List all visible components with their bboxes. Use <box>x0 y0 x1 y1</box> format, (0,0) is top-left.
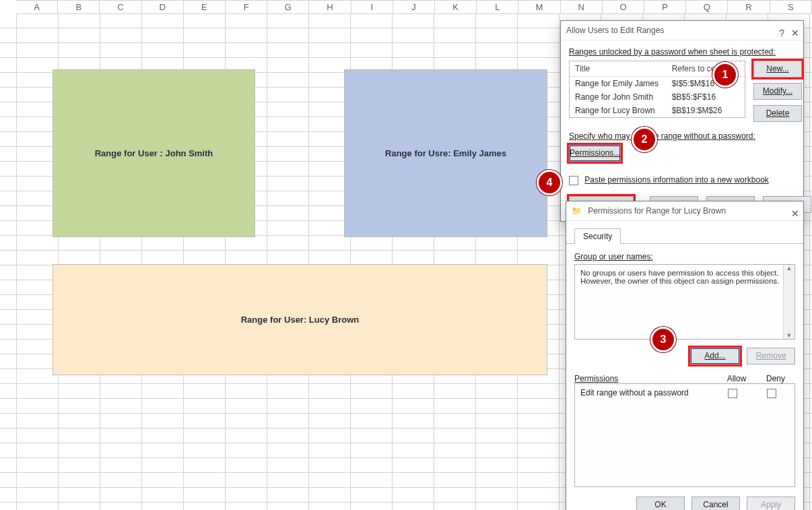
step-badge-1: 1 <box>712 62 738 88</box>
col-header[interactable]: K <box>435 0 477 13</box>
permissions-label: Permissions <box>574 374 717 383</box>
allow-header: Allow <box>717 374 756 383</box>
range-label: Range for User : John Smith <box>95 148 213 158</box>
dialog-titlebar: Allow Users to Edit Ranges ? ✕ <box>561 21 803 40</box>
col-header[interactable]: S <box>770 0 812 13</box>
step-badge-3: 3 <box>650 327 676 352</box>
col-header[interactable]: B <box>58 0 100 13</box>
row-title: Range for Emily James <box>570 77 667 90</box>
col-header[interactable]: N <box>561 0 603 13</box>
range-lucy-brown: Range for User: Lucy Brown <box>53 264 547 375</box>
deny-header: Deny <box>756 374 795 383</box>
dialog-title: Allow Users to Edit Ranges <box>566 26 664 35</box>
group-names-list[interactable]: No groups or users have permission to ac… <box>574 264 795 340</box>
step-badge-2: 2 <box>632 127 657 152</box>
close-icon[interactable]: ✕ <box>791 24 799 42</box>
apply-button[interactable]: Apply <box>747 497 795 510</box>
step-badge-4: 4 <box>537 170 562 195</box>
ok-button[interactable]: OK <box>636 497 685 510</box>
dialog-titlebar: 📁 Permissions for Range for Lucy Brown ✕ <box>566 201 803 221</box>
ranges-unlocked-label: Ranges unlocked by a password when sheet… <box>569 47 776 57</box>
header-title: Title <box>570 61 667 76</box>
range-label: Range for User: Lucy Brown <box>241 315 360 325</box>
scrollbar[interactable]: ▲ ▼ <box>783 265 794 339</box>
dialog-permissions: 📁 Permissions for Range for Lucy Brown ✕… <box>566 201 804 510</box>
col-header[interactable]: R <box>728 0 770 13</box>
col-header[interactable]: F <box>226 0 267 13</box>
table-row[interactable]: Range for John Smith $B$5:$F$16 <box>570 90 745 104</box>
dialog-title: Permissions for Range for Lucy Brown <box>588 206 726 216</box>
row-title: Range for John Smith <box>570 90 667 104</box>
deny-checkbox[interactable] <box>767 389 776 398</box>
col-header[interactable]: H <box>309 0 351 13</box>
range-john-smith: Range for User : John Smith <box>53 69 255 237</box>
group-names-label: Group or user names: <box>574 252 653 261</box>
group-names-text: No groups or users have permission to ac… <box>580 269 779 285</box>
col-header[interactable]: L <box>477 0 518 13</box>
folder-icon: 📁 <box>572 206 582 216</box>
permission-item: Edit range without a password <box>580 388 715 397</box>
tab-security[interactable]: Security <box>574 228 621 244</box>
row-title: Range for Lucy Brown <box>570 104 667 117</box>
specify-label: Specify who may edit the range without a… <box>569 131 755 141</box>
col-header[interactable]: M <box>518 0 560 13</box>
remove-label: Remove <box>756 348 786 363</box>
col-header[interactable]: G <box>267 0 309 13</box>
allow-checkbox[interactable] <box>728 389 737 398</box>
delete-button[interactable]: Delete <box>753 105 802 122</box>
row-ref: $B$19:$M$26 <box>667 104 745 117</box>
new-button[interactable]: New... <box>753 61 802 77</box>
col-header[interactable]: P <box>644 0 686 13</box>
table-row[interactable]: Range for Lucy Brown $B$19:$M$26 <box>570 104 745 117</box>
permissions-list[interactable]: Edit range without a password <box>574 383 795 487</box>
permissions-button[interactable]: Permissions... <box>569 145 621 162</box>
add-button[interactable]: Add... <box>690 348 740 364</box>
add-label: Add... <box>704 348 725 363</box>
remove-button: Remove <box>747 348 795 364</box>
col-header[interactable]: C <box>100 0 141 13</box>
close-icon[interactable]: ✕ <box>791 204 799 223</box>
permissions-label: Permissions... <box>570 146 620 160</box>
spreadsheet-area: ABCDEFGHIJKLMNOPQRS Range for User : Joh… <box>0 0 812 510</box>
col-header[interactable]: J <box>393 0 435 13</box>
col-header[interactable]: D <box>142 0 184 13</box>
column-headers: ABCDEFGHIJKLMNOPQRS <box>16 0 812 14</box>
help-icon[interactable]: ? <box>779 24 784 42</box>
cancel-button[interactable]: Cancel <box>691 497 740 510</box>
paste-label: Paste permissions information into a new… <box>584 175 768 185</box>
range-label: Range for Usre: Emily James <box>385 148 506 158</box>
dialog-allow-users-edit-ranges: Allow Users to Edit Ranges ? ✕ Ranges un… <box>560 20 804 222</box>
range-emily-james: Range for Usre: Emily James <box>344 69 547 237</box>
col-header[interactable]: I <box>351 0 393 13</box>
paste-checkbox[interactable] <box>569 176 578 185</box>
col-header[interactable]: E <box>184 0 226 13</box>
row-ref: $B$5:$F$16 <box>667 90 745 104</box>
modify-button[interactable]: Modify... <box>753 83 802 100</box>
col-header[interactable]: Q <box>686 0 728 13</box>
col-header[interactable]: A <box>16 0 58 13</box>
col-header[interactable]: O <box>603 0 644 13</box>
